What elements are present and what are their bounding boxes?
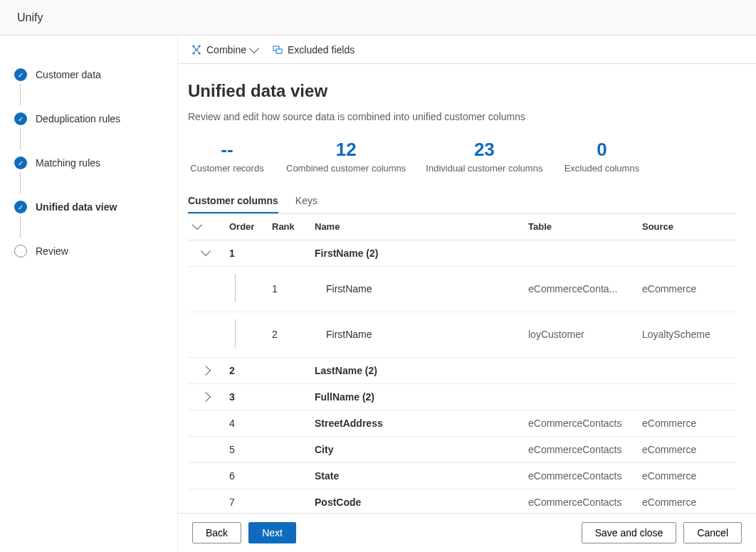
svg-rect-1 <box>276 49 282 53</box>
combine-button[interactable]: Combine <box>191 44 258 55</box>
cell-name: State <box>309 462 523 489</box>
cell-rank: 1 <box>266 266 309 312</box>
cell-order: 7 <box>224 489 266 513</box>
cell-source: eCommerce <box>636 410 736 436</box>
check-icon: ✓ <box>14 112 27 125</box>
circle-icon <box>14 245 27 258</box>
table-row[interactable]: 4StreetAddresseCommerceContactseCommerce <box>188 410 736 436</box>
chevron-down-icon[interactable] <box>201 246 211 256</box>
cell-order: 3 <box>224 383 266 410</box>
back-button[interactable]: Back <box>192 522 241 543</box>
step-label: Deduplication rules <box>36 113 120 124</box>
stat-3: 0Excluded columns <box>562 139 641 174</box>
stat-label: Individual customer columns <box>426 163 542 174</box>
cell-name: PostCode <box>309 489 523 513</box>
step-label: Matching rules <box>36 157 100 169</box>
cell-table: eCommerceContacts <box>523 410 636 436</box>
wizard-step-3[interactable]: ✓Unified data view <box>11 196 166 218</box>
topbar: Unify <box>0 0 756 36</box>
stat-value: -- <box>188 139 266 160</box>
footer-bar: Back Next Save and close Cancel <box>178 513 756 552</box>
chevron-right-icon[interactable] <box>201 366 211 376</box>
step-label: Customer data <box>36 69 101 80</box>
table-row[interactable]: 2FirstNameloyCustomerLoyaltyScheme <box>188 312 736 357</box>
excluded-icon <box>272 44 283 55</box>
col-source-header[interactable]: Source <box>636 214 736 240</box>
cell-name: LastName (2) <box>309 357 523 383</box>
content-area: Unified data view Review and edit how so… <box>178 64 756 513</box>
stat-1: 12Combined customer columns <box>286 139 406 174</box>
cell-table: eCommerceContacts <box>523 462 636 489</box>
cell-order: 2 <box>224 357 266 383</box>
save-close-button[interactable]: Save and close <box>582 522 677 543</box>
table-row[interactable]: 5CityeCommerceContactseCommerce <box>188 436 736 462</box>
cell-order: 6 <box>224 462 266 489</box>
wizard-step-2[interactable]: ✓Matching rules <box>11 152 166 174</box>
cell-name: FirstName (2) <box>309 240 523 266</box>
wizard-step-1[interactable]: ✓Deduplication rules <box>11 108 166 129</box>
wizard-step-0[interactable]: ✓Customer data <box>11 64 166 85</box>
check-icon: ✓ <box>14 201 27 213</box>
table-row[interactable]: 2LastName (2) <box>188 357 736 383</box>
app-title: Unify <box>17 11 43 24</box>
cell-name: FirstName <box>309 312 523 357</box>
cell-order: 5 <box>224 436 266 462</box>
tab-keys[interactable]: Keys <box>295 188 317 213</box>
chevron-down-icon <box>249 43 259 53</box>
page-title: Unified data view <box>188 81 736 101</box>
stat-label: Customer records <box>188 163 266 174</box>
cell-name: FullName (2) <box>309 383 523 410</box>
cancel-button[interactable]: Cancel <box>683 522 742 543</box>
stat-0: --Customer records <box>188 139 266 174</box>
cell-name: City <box>309 436 523 462</box>
combine-label: Combine <box>206 44 246 55</box>
wizard-step-4[interactable]: Review <box>11 240 166 262</box>
page-description: Review and edit how source data is combi… <box>188 111 736 122</box>
col-expand-header[interactable] <box>188 214 224 240</box>
col-name-header[interactable]: Name <box>309 214 523 240</box>
cell-table: eCommerceContacts <box>523 436 636 462</box>
chevron-right-icon[interactable] <box>201 392 211 402</box>
step-label: Unified data view <box>36 201 117 213</box>
excluded-label: Excluded fields <box>288 44 355 55</box>
stat-label: Combined customer columns <box>286 163 406 174</box>
col-order-header[interactable]: Order <box>224 214 266 240</box>
wizard-steps: ✓Customer data✓Deduplication rules✓Match… <box>0 36 178 552</box>
stat-label: Excluded columns <box>562 163 641 174</box>
columns-table: Order Rank Name Table Source 1FirstName … <box>188 214 736 513</box>
table-row[interactable]: 3FullName (2) <box>188 383 736 410</box>
cell-name: FirstName <box>309 266 523 312</box>
col-table-header[interactable]: Table <box>523 214 636 240</box>
cell-source: eCommerce <box>636 436 736 462</box>
combine-icon <box>191 44 202 55</box>
cell-order: 1 <box>224 240 266 266</box>
stat-2: 23Individual customer columns <box>426 139 542 174</box>
cell-source: eCommerce <box>636 462 736 489</box>
stats-row: --Customer records12Combined customer co… <box>188 139 736 174</box>
stat-value: 23 <box>426 139 542 160</box>
cell-rank: 2 <box>266 312 309 357</box>
check-icon: ✓ <box>14 68 27 81</box>
cell-order: 4 <box>224 410 266 436</box>
cell-table: loyCustomer <box>523 312 636 357</box>
next-button[interactable]: Next <box>248 522 296 543</box>
stat-value: 0 <box>562 139 641 160</box>
table-row[interactable]: 6StateeCommerceContactseCommerce <box>188 462 736 489</box>
cell-source: eCommerce <box>636 489 736 513</box>
table-row[interactable]: 1FirstNameeCommerceConta...eCommerce <box>188 266 736 312</box>
table-row[interactable]: 7PostCodeeCommerceContactseCommerce <box>188 489 736 513</box>
tabs: Customer columnsKeys <box>188 188 736 214</box>
cell-table: eCommerceContacts <box>523 489 636 513</box>
cell-source: LoyaltyScheme <box>636 312 736 357</box>
command-bar: Combine Excluded fields <box>178 36 756 64</box>
col-rank-header[interactable]: Rank <box>266 214 309 240</box>
step-label: Review <box>36 245 68 257</box>
tab-customer-columns[interactable]: Customer columns <box>188 188 278 213</box>
excluded-fields-button[interactable]: Excluded fields <box>272 44 355 55</box>
table-row[interactable]: 1FirstName (2) <box>188 240 736 266</box>
cell-name: StreetAddress <box>309 410 523 436</box>
stat-value: 12 <box>286 139 406 160</box>
check-icon: ✓ <box>14 156 27 169</box>
cell-table: eCommerceConta... <box>523 266 636 312</box>
cell-source: eCommerce <box>636 266 736 312</box>
